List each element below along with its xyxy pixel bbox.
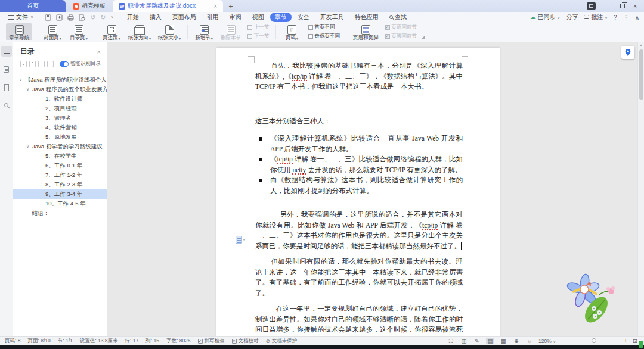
document-canvas[interactable]: 首先，我比较推崇的基础书籍有三本，分别是《深入理解计算机系统》,《tcp/ip … <box>107 42 644 336</box>
comment-button[interactable]: 批注 ∨ <box>584 13 608 21</box>
toc-item[interactable]: ∨ 6、工作 0-1 年 <box>13 161 107 170</box>
toc-item[interactable]: ∨ 2、项目经理 <box>13 104 107 113</box>
export-pdf-button[interactable] <box>56 14 63 21</box>
toc-item[interactable]: ∨ 10、工作 4-5 年 <box>13 199 107 208</box>
file-menu-button[interactable]: 文件 ∨ <box>5 13 37 21</box>
web-layout-icon[interactable]: ⊕ <box>512 338 521 344</box>
zoom-slider[interactable] <box>566 341 620 341</box>
workspace-badge-icon[interactable] <box>587 2 596 10</box>
toc-item[interactable]: ∨ 4、软件营销 <box>13 123 107 132</box>
toc-item[interactable]: ∨ 5、在校学生 <box>13 151 107 161</box>
toc-item[interactable]: ∨ 5、原地发展 <box>13 132 107 142</box>
minimize-button[interactable] <box>606 3 612 10</box>
toc-item[interactable]: ∨ Java 程序员的五个职业发展方向 <box>13 85 107 94</box>
collapse-all-button[interactable]: ⌃ <box>29 61 36 67</box>
tab-docer-templates[interactable]: 稻壳模板 <box>66 0 113 12</box>
ribbon-tab[interactable]: 插入 <box>145 13 166 22</box>
ribbon-tab[interactable]: 视图 <box>247 13 269 22</box>
find-panel-button[interactable] <box>1 99 12 110</box>
smart-toc-toggle[interactable]: 智能识别目录 <box>60 60 101 67</box>
bookmarks-button[interactable] <box>1 82 12 92</box>
vertical-scrollbar[interactable]: ▲ <box>637 42 644 336</box>
ribbon-tab[interactable]: 安全 <box>293 13 314 22</box>
ribbon-tab[interactable]: 引用 <box>202 13 224 22</box>
prev-section-button[interactable]: 上一节 <box>247 24 270 31</box>
status-section[interactable]: 节: 1/1 <box>58 338 73 345</box>
toc-item[interactable]: ∨ 7、工作 1-2 年 <box>13 170 107 180</box>
close-button[interactable]: × <box>633 3 637 10</box>
paste-options-button[interactable]: ▾ <box>236 236 245 244</box>
thumbnails-button[interactable] <box>1 64 12 74</box>
find-button[interactable]: 查找 <box>389 13 407 21</box>
new-section-button[interactable]: 新增节▾ <box>191 23 216 40</box>
ribbon-tab[interactable]: 页面布局 <box>168 13 201 22</box>
toc-item[interactable]: ∨ 9、工作 3-4 年 <box>13 189 107 199</box>
dialog-launcher-icon[interactable] <box>422 36 425 39</box>
status-word-count[interactable]: 字数: 8026 <box>166 338 191 345</box>
toc-level-minus-button[interactable]: − <box>38 61 45 67</box>
toc-panel-button[interactable] <box>1 46 12 57</box>
tab-document[interactable]: W 职业发展路线及建议.docx × <box>113 0 223 12</box>
ribbon-tab[interactable]: 章节 <box>270 13 292 22</box>
spellcheck-button[interactable]: ✓拼写检查 <box>198 338 225 345</box>
scrollbar-thumb[interactable] <box>639 49 643 100</box>
sync-status-button[interactable]: ☁ 已同步 ∨ <box>530 13 561 21</box>
paper-size-button[interactable]: 纸张大小▾ <box>155 23 184 40</box>
proofread-button[interactable]: ≡文档校对 <box>232 338 259 345</box>
outline-view-icon[interactable]: ▦ <box>499 338 507 344</box>
toc-item[interactable]: ∨ 1、软件设计师 <box>13 94 107 104</box>
zoom-slider-handle[interactable] <box>592 338 596 343</box>
next-section-button[interactable]: 下一节 <box>247 33 270 40</box>
zoom-level[interactable]: 120% ∨ <box>538 338 556 344</box>
toc-item[interactable]: ∨ 【Java 程序员的职业路线和个人发展 ... <box>13 75 107 85</box>
footer-same-checkbox[interactable]: ✓页脚同前节 <box>385 33 417 40</box>
close-tab-icon[interactable]: × <box>209 3 217 10</box>
header-same-checkbox[interactable]: ✓页眉同前节 <box>385 24 417 31</box>
fit-page-icon[interactable]: ⊡ <box>631 338 639 344</box>
margins-button[interactable]: 页边距▾ <box>99 23 124 40</box>
cover-page-button[interactable]: 封面页▾ <box>40 23 65 40</box>
delete-section-button[interactable]: 删除本节 <box>218 23 244 40</box>
collapse-ribbon-button[interactable]: ∧ <box>635 14 639 21</box>
share-button[interactable]: 分享 <box>566 13 578 21</box>
customize-toolbar-icon[interactable]: ∨ <box>111 15 114 20</box>
orientation-button[interactable]: 纸张方向▾ <box>125 23 154 40</box>
expand-all-button[interactable]: ⌄ <box>20 61 27 67</box>
read-layout-icon[interactable]: ◫ <box>460 338 468 344</box>
more-options-button[interactable]: ⋮ <box>623 14 629 21</box>
close-panel-icon[interactable]: × <box>97 48 101 55</box>
fullscreen-view-icon[interactable]: ⛶ <box>447 338 455 345</box>
help-button[interactable]: ? <box>614 14 617 21</box>
protection-button[interactable]: ⊘文档未保护 <box>266 338 298 345</box>
scroll-up-icon[interactable]: ▲ <box>639 42 643 48</box>
print-button[interactable] <box>67 14 74 21</box>
save-button[interactable] <box>45 14 51 21</box>
zoom-in-button[interactable]: + <box>624 338 627 344</box>
document-position-button[interactable] <box>621 46 634 59</box>
new-tab-button[interactable]: + <box>223 0 239 12</box>
document-page[interactable]: 首先，我比较推崇的基础书籍有三本，分别是《深入理解计算机系统》,《tcp/ip … <box>216 48 500 336</box>
print-preview-button[interactable] <box>79 14 85 21</box>
page-body[interactable]: 首先，我比较推崇的基础书籍有三本，分别是《深入理解计算机系统》,《tcp/ip … <box>255 61 463 336</box>
toc-item[interactable]: ∨ 3、管理者 <box>13 113 107 123</box>
odd-even-diff-checkbox[interactable]: 奇偶页不同 <box>308 33 340 40</box>
header-footer-button[interactable]: 页眉和页脚 <box>350 23 382 40</box>
section-navigation-button[interactable]: 章节导航 <box>6 23 32 40</box>
toc-item[interactable]: ∨ Java 初学者的学习路线建议 <box>13 142 107 151</box>
toc-level-minus2-button[interactable]: − <box>47 61 54 67</box>
ribbon-tab[interactable]: 审阅 <box>225 13 246 22</box>
redo-button[interactable]: ↻ <box>100 14 106 21</box>
page-view-icon[interactable]: ▤ <box>486 338 494 344</box>
ribbon-tab[interactable]: 开始 <box>122 13 144 22</box>
status-page-count[interactable]: 页面: 8/10 <box>27 338 50 345</box>
page-number-button[interactable]: 页码▾ <box>280 23 305 40</box>
ribbon-tab[interactable]: 开发工具 <box>315 13 349 22</box>
undo-button[interactable]: ↺ <box>90 14 95 21</box>
first-page-diff-checkbox[interactable]: 首页不同 <box>308 24 340 31</box>
write-mode-icon[interactable]: ✎ <box>473 338 481 344</box>
toc-item[interactable]: ∨ 结语： <box>13 208 107 218</box>
zoom-out-button[interactable]: − <box>559 338 563 344</box>
toc-page-button[interactable]: 目录页▾ <box>66 23 91 40</box>
restore-button[interactable] <box>620 3 625 10</box>
ribbon-tab[interactable]: 特色应用 <box>350 13 383 22</box>
